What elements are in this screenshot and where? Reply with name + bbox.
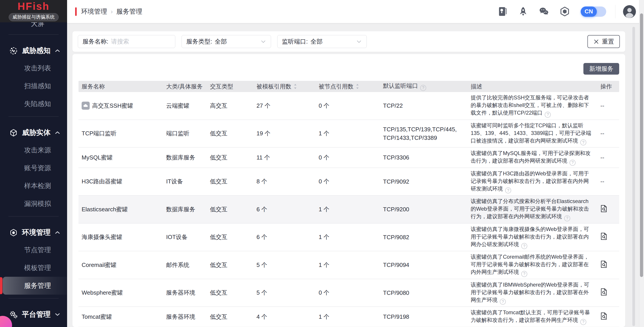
service-name: Elasticsearch蜜罐 (82, 206, 128, 213)
view-template-icon[interactable] (600, 288, 607, 296)
action-dash: -- (600, 130, 604, 137)
service-description: 该蜜罐仿真了Coremail邮件系统的Web登录界面，可用于记录账号暴力破解和攻… (471, 251, 600, 279)
gears-icon (10, 311, 18, 319)
listen-port-select[interactable]: 监听端口: 全部 (277, 35, 367, 48)
service-name: 高交互SSH蜜罐 (92, 102, 133, 110)
service-category: 邮件系统 (166, 251, 210, 279)
service-category: 服务器环境 (166, 279, 210, 307)
topbar-actions: CN (487, 5, 636, 18)
help-icon[interactable]: ? (420, 85, 426, 91)
sidebar-item[interactable]: 样本检测 (0, 177, 67, 195)
wechat-icon[interactable] (539, 6, 549, 17)
template-ref-count: 19 个 (256, 120, 319, 148)
sidebar-item[interactable]: 模板管理 (0, 259, 67, 277)
table-row[interactable]: Elasticsearch蜜罐 数据库服务 低交互 6 个 1 个 TCP/92… (78, 195, 619, 223)
help-icon[interactable]: ? (505, 187, 511, 193)
service-description: 该蜜罐仿真了H3C路由器的Web登录界面，可用于记录账号暴力破解和攻击行为，建议… (471, 168, 600, 196)
view-template-icon[interactable] (600, 205, 607, 212)
table-row[interactable]: TCP端口监听 端口监听 低交互 19 个 1 个 TCP/135,TCP/13… (78, 120, 619, 148)
row-actions (600, 251, 619, 279)
sidebar-item[interactable]: 攻击来源 (0, 141, 67, 159)
service-category: 数据库服务 (166, 147, 210, 168)
table-row[interactable]: Tomcat蜜罐 服务器环境 低交互 4 个 1 个 TCP/9198 该蜜罐仿… (78, 307, 619, 327)
service-category: 云端蜜罐 (166, 92, 210, 120)
topbar: 环境管理 › 服务管理 CN (67, 0, 644, 23)
help-icon[interactable]: ? (580, 139, 586, 145)
view-template-icon[interactable] (600, 261, 607, 268)
sidebar-item[interactable]: 账号资源 (0, 159, 67, 177)
user-avatar[interactable] (623, 5, 636, 18)
col-interaction: 交互类型 (210, 81, 256, 92)
reset-button[interactable]: 重置 (588, 35, 620, 48)
default-ports: TCP/9092 (383, 168, 471, 196)
table-row[interactable]: MySQL蜜罐 数据库服务 低交互 11 个 0 个 TCP/3306 该蜜罐仿… (78, 147, 619, 168)
sidebar-item[interactable]: 失陷感知 (0, 95, 67, 113)
shield-icon[interactable] (560, 6, 570, 17)
sidebar-section-0[interactable]: 威胁感知 (0, 42, 67, 59)
topbar-divider (615, 5, 616, 18)
table-row[interactable]: Coremail蜜罐 邮件系统 低交互 5 个 1 个 TCP/9094 该蜜罐… (78, 251, 619, 279)
table-row[interactable]: H3C路由器蜜罐 IT设备 低交互 8 个 0 个 TCP/9092 该蜜罐仿真… (78, 168, 619, 196)
service-description: 该蜜罐仿真了海康微视摄像头的Web登录界面，可用于记录账号暴力破解和攻击行为，建… (471, 223, 600, 251)
sort-icon[interactable] (356, 83, 359, 89)
service-name-filter[interactable]: 服务名称: 请搜索 (78, 35, 175, 48)
service-name: Websphere蜜罐 (82, 289, 123, 297)
sidebar-item[interactable]: 漏洞模拟 (0, 195, 67, 213)
close-icon (593, 39, 599, 45)
view-template-icon[interactable] (600, 312, 607, 320)
interaction-type: 低交互 (210, 251, 256, 279)
node-ref-count: 0 个 (319, 168, 383, 196)
sidebar-item[interactable]: 服务管理 (3, 277, 67, 295)
add-service-button[interactable]: 新增服务 (584, 63, 619, 75)
service-description: 该蜜罐仿真了MySQL服务端，可用于记录探测和攻击行为，建议部署在内外网研发测试… (471, 147, 600, 168)
col-node-refs[interactable]: 被节点引用数 (319, 81, 383, 92)
template-ref-count: 6 个 (256, 223, 319, 251)
service-name: 海康摄像头蜜罐 (82, 233, 122, 241)
sort-icon[interactable] (294, 83, 297, 89)
table-row[interactable]: 海康摄像头蜜罐 IOT设备 低交互 6 个 1 个 TCP/9082 该蜜罐仿真… (78, 223, 619, 251)
col-service-name: 服务名称 (78, 81, 166, 92)
row-actions (600, 307, 619, 327)
help-icon[interactable]: ? (580, 319, 586, 325)
row-actions (600, 195, 619, 223)
content-scrollbar-thumb[interactable] (632, 27, 635, 326)
sidebar-section-1[interactable]: 威胁实体 (0, 124, 67, 141)
template-ref-count: 6 个 (256, 195, 319, 223)
sidebar-item[interactable]: 节点管理 (0, 241, 67, 259)
breadcrumb-section[interactable]: 环境管理 (81, 7, 107, 16)
page-scrollbar-thumb[interactable] (640, 13, 643, 277)
chevron-up-icon (54, 47, 61, 54)
listen-port-value: 全部 (310, 37, 323, 45)
help-icon[interactable]: ? (521, 243, 527, 249)
default-ports: TCP/9198 (383, 307, 471, 327)
help-icon[interactable]: ? (521, 271, 527, 277)
row-actions (600, 279, 619, 307)
view-template-icon[interactable] (600, 233, 607, 240)
sidebar-item[interactable]: 扫描感知 (0, 77, 67, 95)
service-name: MySQL蜜罐 (82, 154, 113, 161)
template-ref-count: 27 个 (256, 92, 319, 120)
service-category: 数据库服务 (166, 195, 210, 223)
sidebar-section-2[interactable]: 环境管理 (0, 224, 67, 241)
action-dash: -- (600, 178, 604, 185)
manual-icon[interactable] (497, 6, 508, 17)
node-ref-count: 1 个 (319, 307, 383, 327)
col-actions: 操作 (600, 81, 619, 92)
service-type-select[interactable]: 服务类型: 全部 (182, 35, 271, 48)
table-row[interactable]: Websphere蜜罐 服务器环境 低交互 5 个 0 个 TCP/9080 该… (78, 279, 619, 307)
rocket-icon[interactable] (518, 6, 528, 17)
col-default-ports: 默认监听端口? (383, 81, 471, 92)
sidebar-item[interactable]: 攻击列表 (0, 59, 67, 77)
language-toggle[interactable]: CN (581, 6, 606, 17)
table-row[interactable]: 高交互SSH蜜罐 云端蜜罐 高交互 27 个 0 个 TCP/22 提供了比较完… (78, 92, 619, 120)
node-ref-count: 0 个 (319, 92, 383, 120)
default-ports: TCP/22 (383, 92, 471, 120)
col-category: 大类/具体服务 (166, 81, 210, 92)
service-category: IT设备 (166, 168, 210, 196)
default-ports: TCP/3306 (383, 147, 471, 168)
help-icon[interactable]: ? (545, 112, 551, 118)
help-icon[interactable]: ? (570, 160, 576, 166)
help-icon[interactable]: ? (564, 215, 570, 221)
col-template-refs[interactable]: 被模板引用数 (256, 81, 319, 92)
help-icon[interactable]: ? (500, 299, 506, 305)
